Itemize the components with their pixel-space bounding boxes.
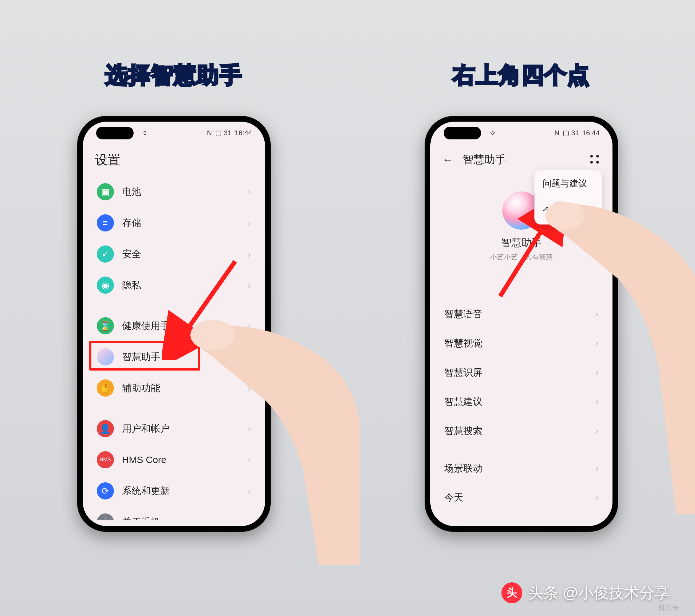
user-icon: 👤: [97, 420, 114, 437]
item-label: 今天: [444, 491, 463, 504]
settings-item-storage[interactable]: ≡ 存储 ›: [92, 207, 256, 238]
item-label: HMS Core: [122, 454, 248, 465]
back-button[interactable]: ←: [442, 153, 454, 166]
chevron-right-icon: ›: [248, 485, 251, 496]
chevron-right-icon: ›: [248, 280, 251, 290]
item-label: 安全: [122, 248, 248, 261]
storage-icon: ≡: [97, 214, 114, 232]
watermark-sub: 斑马号: [658, 603, 679, 613]
battery-icon: ▣: [97, 183, 114, 200]
popup-feedback[interactable]: 问题与建议: [535, 170, 602, 197]
hand-icon: ✋: [97, 380, 114, 397]
item-label: 智慧识屏: [444, 366, 482, 379]
item-label: 智慧搜索: [444, 424, 482, 437]
feature-today[interactable]: 今天 ›: [439, 483, 604, 512]
phone-screen-left: ᯤ N ▢ 31 16:44 设置 ▣ 电池: [83, 122, 265, 526]
status-signal-icon: ᯤ: [490, 129, 497, 137]
hms-icon: HMS: [97, 451, 114, 468]
panel-right: 右上角四个点 ᯤ N ▢ 31 16:44 ← 智慧助手: [348, 0, 695, 616]
panel-left: 选择智慧助手 ᯤ N ▢ 31 16:44 设置: [0, 0, 348, 616]
status-battery-icon: ▢ 31: [215, 129, 232, 137]
feature-screen-recognize[interactable]: 智慧识屏 ›: [439, 358, 604, 387]
shield-icon: ◉: [97, 277, 114, 294]
chevron-right-icon: ›: [248, 383, 251, 394]
phone-frame-left: ᯤ N ▢ 31 16:44 设置 ▣ 电池: [77, 116, 271, 532]
feature-voice[interactable]: 智慧语音 ›: [439, 299, 604, 329]
caption-right: 右上角四个点: [453, 60, 590, 90]
status-battery-icon: ▢ 31: [563, 129, 579, 137]
chevron-right-icon: ›: [248, 249, 251, 260]
settings-item-digital-balance[interactable]: ⌛ 健康使用手机 ›: [92, 310, 256, 342]
item-label: 存储: [122, 217, 248, 230]
status-time: 16:44: [582, 129, 599, 137]
chevron-right-icon: ›: [248, 351, 251, 362]
header-right: ← 智慧助手: [430, 146, 612, 173]
settings-item-system-update[interactable]: ⟳ 系统和更新 ›: [92, 475, 256, 506]
item-label: 健康使用手机: [122, 319, 248, 332]
camera-cutout: [444, 127, 481, 139]
settings-item-users[interactable]: 👤 用户和帐户 ›: [92, 413, 256, 444]
feature-search[interactable]: 智慧搜索 ›: [439, 416, 604, 446]
chevron-right-icon: ›: [248, 423, 251, 434]
watermark: 头 头条 @小俊技术分享: [502, 582, 669, 603]
feature-vision[interactable]: 智慧视觉 ›: [439, 329, 604, 358]
caption-left: 选择智慧助手: [105, 60, 242, 90]
settings-item-security[interactable]: ✓ 安全 ›: [92, 238, 256, 270]
item-label: 智慧助手: [122, 351, 248, 364]
item-label: 用户和帐户: [122, 422, 248, 435]
settings-item-battery[interactable]: ▣ 电池 ›: [92, 176, 256, 207]
page-title: 设置: [95, 151, 120, 169]
phone-screen-right: ᯤ N ▢ 31 16:44 ← 智慧助手 问题与建议: [430, 122, 612, 526]
item-label: 辅助功能: [122, 382, 248, 395]
page-title: 智慧助手: [463, 152, 506, 167]
assistant-orb-icon: [97, 348, 114, 365]
status-time: 16:44: [235, 129, 252, 137]
item-label: 智慧建议: [444, 395, 482, 408]
hourglass-icon: ⌛: [97, 317, 114, 334]
watermark-logo-icon: 头: [502, 582, 522, 603]
watermark-text: 头条 @小俊技术分享: [528, 583, 669, 603]
more-menu-button[interactable]: [590, 155, 600, 165]
chevron-right-icon: ›: [595, 426, 598, 436]
assistant-subtitle: 小艺小艺，大有智慧: [490, 252, 553, 262]
status-nfc-icon: N: [555, 129, 559, 137]
item-label: 关于手机: [122, 516, 248, 520]
settings-item-assistant[interactable]: 智慧助手 ›: [92, 342, 256, 372]
chevron-right-icon: ›: [248, 186, 251, 197]
settings-item-hms[interactable]: HMS HMS Core ›: [92, 444, 256, 475]
chevron-right-icon: ›: [595, 309, 598, 319]
chevron-right-icon: ›: [595, 463, 598, 473]
chevron-right-icon: ›: [248, 454, 251, 465]
feature-suggest[interactable]: 智慧建议 ›: [439, 387, 604, 416]
chevron-right-icon: ›: [248, 217, 251, 228]
settings-item-about[interactable]: i 关于手机 ›: [92, 506, 256, 520]
header-left: 设置: [83, 146, 265, 173]
chevron-right-icon: ›: [595, 397, 598, 407]
settings-item-accessibility[interactable]: ✋ 辅助功能 ›: [92, 372, 256, 403]
assistant-feature-list: 智慧语音 › 智慧视觉 › 智慧识屏 › 智慧建议 ›: [439, 299, 604, 512]
item-label: 智慧视觉: [444, 337, 482, 350]
chevron-right-icon: ›: [595, 367, 598, 378]
phone-frame-right: ᯤ N ▢ 31 16:44 ← 智慧助手 问题与建议: [425, 116, 618, 532]
item-label: 场景联动: [444, 462, 482, 475]
status-signal-icon: ᯤ: [142, 129, 150, 137]
shield-check-icon: ✓: [97, 246, 114, 263]
chevron-right-icon: ›: [595, 338, 598, 348]
info-icon: i: [97, 513, 114, 520]
assistant-name: 智慧助手: [501, 236, 542, 250]
item-label: 隐私: [122, 279, 248, 292]
item-label: 智慧语音: [444, 308, 482, 321]
feature-scene-link[interactable]: 场景联动 ›: [439, 454, 604, 483]
chevron-right-icon: ›: [248, 517, 251, 520]
item-label: 电池: [122, 185, 248, 198]
camera-cutout: [96, 127, 134, 139]
status-nfc-icon: N: [207, 129, 212, 137]
refresh-icon: ⟳: [97, 482, 114, 499]
chevron-right-icon: ›: [595, 493, 598, 503]
settings-list[interactable]: ▣ 电池 › ≡ 存储 › ✓ 安全 ›: [92, 176, 256, 520]
item-label: 系统和更新: [122, 485, 248, 498]
chevron-right-icon: ›: [248, 320, 251, 331]
popup-menu: 问题与建议 个性化设置: [535, 170, 602, 224]
settings-item-privacy[interactable]: ◉ 隐私 ›: [92, 270, 256, 301]
popup-personalize[interactable]: 个性化设置: [535, 197, 602, 224]
